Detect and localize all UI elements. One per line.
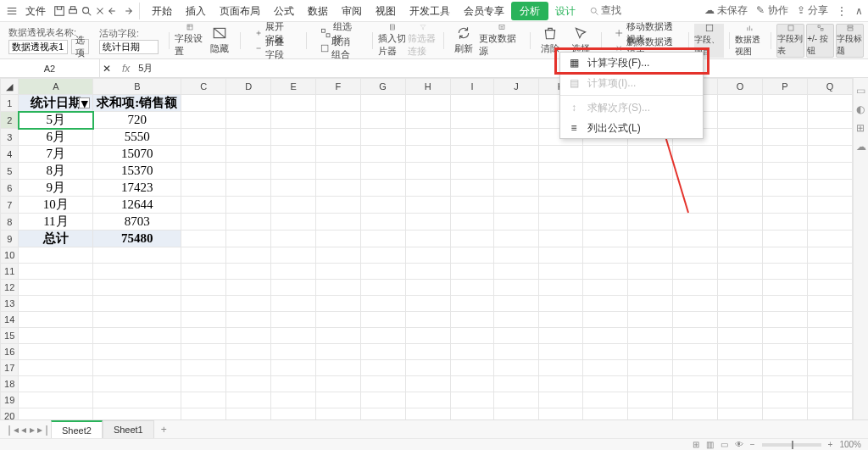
row-header[interactable]: 3: [1, 129, 19, 146]
cell[interactable]: [360, 312, 405, 328]
cell[interactable]: [673, 376, 718, 392]
cell[interactable]: [226, 280, 271, 296]
cell[interactable]: [315, 197, 360, 214]
cell[interactable]: [718, 214, 763, 231]
row-header[interactable]: 6: [1, 180, 19, 197]
cell[interactable]: [583, 312, 627, 328]
cell[interactable]: [538, 214, 583, 231]
cell[interactable]: 6月: [19, 129, 93, 146]
cell[interactable]: [450, 376, 494, 392]
cell[interactable]: [807, 231, 852, 247]
cell[interactable]: [494, 231, 538, 247]
cell[interactable]: [405, 344, 450, 360]
tab-design[interactable]: 设计: [548, 0, 582, 22]
cell[interactable]: [271, 392, 316, 408]
expand-icon[interactable]: ∧: [855, 5, 863, 17]
cell[interactable]: [360, 296, 405, 312]
menu-list-formula[interactable]: ≡列出公式(L): [560, 118, 703, 138]
cell[interactable]: [405, 247, 450, 264]
cell[interactable]: [538, 231, 583, 247]
cell[interactable]: [494, 197, 538, 214]
cell[interactable]: [450, 214, 494, 231]
cell[interactable]: [807, 214, 852, 231]
cell[interactable]: [494, 214, 538, 231]
cell[interactable]: [226, 214, 271, 231]
side-select-icon[interactable]: ▭: [856, 85, 866, 95]
cell[interactable]: [673, 214, 718, 231]
cell[interactable]: [226, 163, 271, 180]
cell[interactable]: [583, 360, 627, 376]
cell[interactable]: [271, 376, 316, 392]
cell[interactable]: [763, 280, 808, 296]
cell[interactable]: [315, 392, 360, 408]
cell[interactable]: [405, 296, 450, 312]
view-break-icon[interactable]: ▭: [721, 440, 728, 449]
cell[interactable]: [315, 280, 360, 296]
cell[interactable]: [538, 264, 583, 280]
side-prop-icon[interactable]: ⊞: [856, 122, 866, 132]
cell[interactable]: [405, 360, 450, 376]
cell[interactable]: 10月: [19, 197, 93, 214]
cell[interactable]: [360, 197, 405, 214]
zoom-out-icon[interactable]: −: [750, 440, 755, 449]
cell[interactable]: [360, 231, 405, 247]
cell[interactable]: [271, 328, 316, 344]
field-header-toggle[interactable]: 字段标题: [836, 24, 864, 58]
eye-icon[interactable]: 👁: [735, 440, 743, 449]
cell[interactable]: [181, 312, 226, 328]
tab-data[interactable]: 数据: [301, 0, 335, 22]
cell[interactable]: [718, 163, 763, 180]
sheet-tab[interactable]: Sheet1: [103, 420, 154, 438]
cell[interactable]: [181, 328, 226, 344]
formula-value[interactable]: 5月: [138, 62, 153, 75]
cell[interactable]: [226, 129, 271, 146]
cell[interactable]: [807, 376, 852, 392]
cell[interactable]: [360, 129, 405, 146]
cell[interactable]: [494, 280, 538, 296]
file-menu[interactable]: 文件: [19, 0, 53, 22]
cell[interactable]: [181, 231, 226, 247]
cell[interactable]: [19, 247, 93, 264]
cell[interactable]: [807, 344, 852, 360]
row-header[interactable]: 16: [1, 344, 19, 360]
cell[interactable]: [315, 214, 360, 231]
cell[interactable]: [494, 328, 538, 344]
cell[interactable]: [271, 247, 316, 264]
cell[interactable]: [718, 197, 763, 214]
cell[interactable]: [360, 360, 405, 376]
cell[interactable]: [583, 280, 627, 296]
cell[interactable]: [807, 197, 852, 214]
cell[interactable]: [807, 146, 852, 163]
cell[interactable]: [360, 344, 405, 360]
search-box[interactable]: 查找: [589, 3, 621, 18]
cell[interactable]: 总计: [19, 231, 93, 247]
cell[interactable]: [181, 197, 226, 214]
options-button[interactable]: 选项: [71, 39, 89, 54]
cell[interactable]: [360, 392, 405, 408]
cell[interactable]: [405, 392, 450, 408]
cell-reference[interactable]: A2: [0, 59, 100, 78]
cell[interactable]: [583, 296, 627, 312]
cell[interactable]: [181, 392, 226, 408]
cell[interactable]: [673, 180, 718, 197]
cell[interactable]: [538, 376, 583, 392]
cell[interactable]: [315, 376, 360, 392]
select-all-corner[interactable]: ◢: [1, 79, 19, 95]
cell[interactable]: [450, 247, 494, 264]
cell[interactable]: [315, 344, 360, 360]
tab-analysis[interactable]: 分析: [511, 2, 548, 20]
cell[interactable]: [405, 129, 450, 146]
cell[interactable]: [718, 360, 763, 376]
tab-view[interactable]: 视图: [369, 0, 403, 22]
cell[interactable]: [315, 95, 360, 112]
add-sheet-button[interactable]: +: [154, 424, 174, 436]
cell[interactable]: [673, 247, 718, 264]
change-src-button[interactable]: 更改数据源: [479, 24, 525, 58]
cell[interactable]: [360, 163, 405, 180]
cell[interactable]: [494, 247, 538, 264]
cell[interactable]: [450, 129, 494, 146]
cell[interactable]: [494, 129, 538, 146]
cell[interactable]: [673, 146, 718, 163]
tab-insert[interactable]: 插入: [179, 0, 213, 22]
cell[interactable]: [807, 360, 852, 376]
